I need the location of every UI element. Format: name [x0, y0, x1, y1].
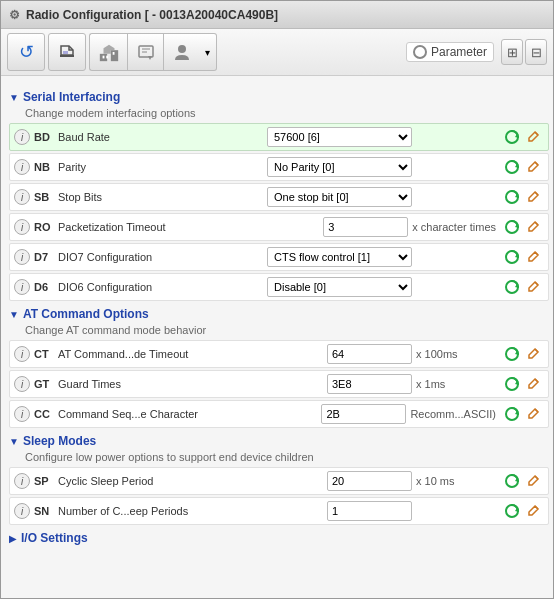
info-icon-SN[interactable]: i: [14, 503, 30, 519]
toolbar: ↺ ▾ Parameter ⊞ ⊟: [1, 29, 553, 76]
param-code-RO: RO: [34, 221, 54, 233]
svg-line-23: [535, 222, 538, 225]
param-select-NB[interactable]: No Parity [0]Even [1]Odd [2]: [267, 157, 412, 177]
info-icon-NB[interactable]: i: [14, 159, 30, 175]
info-icon-BD[interactable]: i: [14, 129, 30, 145]
param-edit-RO[interactable]: [524, 217, 544, 237]
param-actions-RO: [502, 217, 544, 237]
param-unit-GT: x 1ms: [416, 378, 496, 390]
expand-button[interactable]: ⊞: [501, 39, 523, 65]
svg-line-17: [535, 162, 538, 165]
svg-point-11: [178, 45, 186, 53]
param-name-RO: Packetization Timeout: [58, 221, 323, 233]
section-header-io[interactable]: ▶ I/O Settings: [9, 531, 549, 545]
section-arrow-serial: ▼: [9, 92, 19, 103]
param-select-BD[interactable]: 57600 [6]9600 [3]115200 [7]: [267, 127, 412, 147]
param-actions-SB: [502, 187, 544, 207]
param-code-SB: SB: [34, 191, 54, 203]
param-actions-SP: [502, 471, 544, 491]
info-icon-CT[interactable]: i: [14, 346, 30, 362]
param-code-SP: SP: [34, 475, 54, 487]
param-row-SB: i SB Stop Bits One stop bit [0]Two stop …: [9, 183, 549, 211]
param-input-RO[interactable]: [323, 217, 408, 237]
toolbar-right-buttons: ⊞ ⊟: [501, 39, 547, 65]
param-input-SN[interactable]: [327, 501, 412, 521]
title-bar: ⚙ Radio Configuration [ - 0013A20040CA49…: [1, 1, 553, 29]
param-row-BD: i BD Baud Rate 57600 [6]9600 [3]115200 […: [9, 123, 549, 151]
param-code-CT: CT: [34, 348, 54, 360]
param-refresh-GT[interactable]: [502, 374, 522, 394]
param-input-GT[interactable]: [327, 374, 412, 394]
parameter-search[interactable]: Parameter: [406, 42, 494, 62]
param-actions-CT: [502, 344, 544, 364]
param-row-CT: i CT AT Command...de Timeout x 100ms: [9, 340, 549, 368]
param-edit-BD[interactable]: [524, 127, 544, 147]
param-edit-CC[interactable]: [524, 404, 544, 424]
section-arrow-sleep: ▼: [9, 436, 19, 447]
param-select-D7[interactable]: CTS flow control [1]Disable [0]: [267, 247, 412, 267]
param-refresh-SB[interactable]: [502, 187, 522, 207]
param-refresh-SN[interactable]: [502, 501, 522, 521]
section-title-sleep: Sleep Modes: [23, 434, 96, 448]
toolbar-dropdown[interactable]: ▾: [199, 33, 217, 71]
param-refresh-BD[interactable]: [502, 127, 522, 147]
section-arrow-at_command: ▼: [9, 309, 19, 320]
param-edit-SP[interactable]: [524, 471, 544, 491]
param-code-GT: GT: [34, 378, 54, 390]
param-code-CC: CC: [34, 408, 54, 420]
param-actions-GT: [502, 374, 544, 394]
section-header-serial[interactable]: ▼ Serial Interfacing: [9, 90, 549, 104]
param-refresh-CC[interactable]: [502, 404, 522, 424]
person-button[interactable]: [163, 33, 199, 71]
svg-line-29: [535, 282, 538, 285]
section-header-at_command[interactable]: ▼ AT Command Options: [9, 307, 549, 321]
param-row-RO: i RO Packetization Timeout x character t…: [9, 213, 549, 241]
refresh-button[interactable]: ↺: [7, 33, 45, 71]
svg-rect-1: [63, 51, 68, 54]
param-edit-SB[interactable]: [524, 187, 544, 207]
info-icon-D6[interactable]: i: [14, 279, 30, 295]
param-refresh-D6[interactable]: [502, 277, 522, 297]
param-actions-NB: [502, 157, 544, 177]
param-input-CC[interactable]: [321, 404, 406, 424]
factory-button[interactable]: [89, 33, 127, 71]
param-row-SP: i SP Cyclic Sleep Period x 10 ms: [9, 467, 549, 495]
info-icon-RO[interactable]: i: [14, 219, 30, 235]
svg-line-35: [535, 379, 538, 382]
param-row-D6: i D6 DIO6 Configuration Disable [0]Enabl…: [9, 273, 549, 301]
param-input-SP[interactable]: [327, 471, 412, 491]
svg-rect-3: [110, 50, 117, 61]
param-name-CC: Command Seq...e Character: [58, 408, 321, 420]
info-icon-GT[interactable]: i: [14, 376, 30, 392]
param-name-NB: Parity: [58, 161, 267, 173]
param-refresh-NB[interactable]: [502, 157, 522, 177]
param-refresh-D7[interactable]: [502, 247, 522, 267]
info-icon-CC[interactable]: i: [14, 406, 30, 422]
param-row-SN: i SN Number of C...eep Periods: [9, 497, 549, 525]
param-edit-GT[interactable]: [524, 374, 544, 394]
param-refresh-SP[interactable]: [502, 471, 522, 491]
svg-line-32: [535, 349, 538, 352]
section-desc-sleep: Configure low power options to support e…: [25, 451, 549, 463]
info-icon-SP[interactable]: i: [14, 473, 30, 489]
param-edit-SN[interactable]: [524, 501, 544, 521]
write-button[interactable]: [48, 33, 86, 71]
param-code-BD: BD: [34, 131, 54, 143]
profile-button[interactable]: [127, 33, 163, 71]
param-select-D6[interactable]: Disable [0]Enable [1]: [267, 277, 412, 297]
param-refresh-RO[interactable]: [502, 217, 522, 237]
param-input-CT[interactable]: [327, 344, 412, 364]
info-icon-SB[interactable]: i: [14, 189, 30, 205]
param-select-SB[interactable]: One stop bit [0]Two stop bits [1]: [267, 187, 412, 207]
param-edit-CT[interactable]: [524, 344, 544, 364]
param-edit-D7[interactable]: [524, 247, 544, 267]
collapse-button[interactable]: ⊟: [525, 39, 547, 65]
section-header-sleep[interactable]: ▼ Sleep Modes: [9, 434, 549, 448]
param-code-D7: D7: [34, 251, 54, 263]
param-refresh-CT[interactable]: [502, 344, 522, 364]
info-icon-D7[interactable]: i: [14, 249, 30, 265]
param-edit-D6[interactable]: [524, 277, 544, 297]
section-title-io: I/O Settings: [21, 531, 88, 545]
param-edit-NB[interactable]: [524, 157, 544, 177]
scroll-area[interactable]: ▼ Serial Interfacing Change modem interf…: [1, 76, 553, 598]
